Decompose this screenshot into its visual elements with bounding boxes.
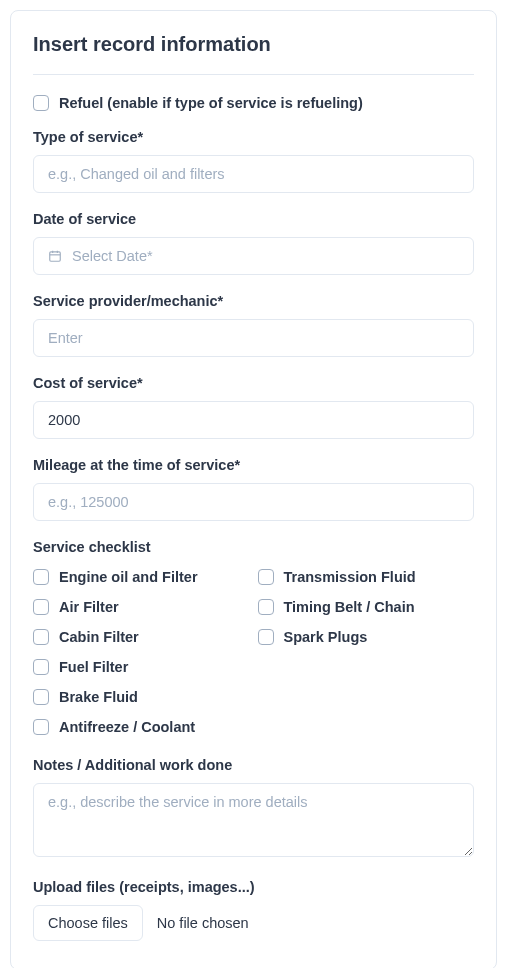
field-type-of-service: Type of service*	[33, 129, 474, 193]
file-status: No file chosen	[143, 905, 263, 941]
field-service-provider: Service provider/mechanic*	[33, 293, 474, 357]
checkbox-brake-fluid[interactable]	[33, 689, 49, 705]
date-placeholder: Select Date*	[72, 248, 153, 264]
check-label: Antifreeze / Coolant	[59, 719, 195, 735]
check-item-air-filter: Air Filter	[33, 599, 250, 615]
cost-label: Cost of service*	[33, 375, 474, 391]
upload-label: Upload files (receipts, images...)	[33, 879, 474, 895]
type-of-service-label: Type of service*	[33, 129, 474, 145]
check-item-brake-fluid: Brake Fluid	[33, 689, 250, 705]
check-label: Air Filter	[59, 599, 119, 615]
refuel-checkbox[interactable]	[33, 95, 49, 111]
type-of-service-input[interactable]	[33, 155, 474, 193]
svg-rect-0	[50, 252, 61, 261]
check-label: Brake Fluid	[59, 689, 138, 705]
refuel-row: Refuel (enable if type of service is ref…	[33, 95, 474, 111]
checkbox-cabin-filter[interactable]	[33, 629, 49, 645]
check-label: Cabin Filter	[59, 629, 139, 645]
check-item-engine-oil: Engine oil and Filter	[33, 569, 250, 585]
notes-label: Notes / Additional work done	[33, 757, 474, 773]
checkbox-timing-belt[interactable]	[258, 599, 274, 615]
field-upload: Upload files (receipts, images...) Choos…	[33, 879, 474, 941]
check-item-antifreeze: Antifreeze / Coolant	[33, 719, 250, 735]
checkbox-engine-oil[interactable]	[33, 569, 49, 585]
choose-files-button[interactable]: Choose files	[33, 905, 143, 941]
check-item-timing-belt: Timing Belt / Chain	[258, 599, 475, 615]
check-item-spark-plugs: Spark Plugs	[258, 629, 475, 645]
service-provider-label: Service provider/mechanic*	[33, 293, 474, 309]
date-of-service-label: Date of service	[33, 211, 474, 227]
check-item-transmission: Transmission Fluid	[258, 569, 475, 585]
cost-input[interactable]	[33, 401, 474, 439]
check-label: Transmission Fluid	[284, 569, 416, 585]
checkbox-spark-plugs[interactable]	[258, 629, 274, 645]
checkbox-transmission[interactable]	[258, 569, 274, 585]
refuel-label: Refuel (enable if type of service is ref…	[59, 95, 363, 111]
field-mileage: Mileage at the time of service*	[33, 457, 474, 521]
service-provider-input[interactable]	[33, 319, 474, 357]
calendar-icon	[48, 249, 62, 263]
mileage-input[interactable]	[33, 483, 474, 521]
checklist-label: Service checklist	[33, 539, 474, 555]
check-label: Engine oil and Filter	[59, 569, 198, 585]
check-item-cabin-filter: Cabin Filter	[33, 629, 250, 645]
field-date-of-service: Date of service Select Date*	[33, 211, 474, 275]
check-label: Fuel Filter	[59, 659, 128, 675]
checkbox-fuel-filter[interactable]	[33, 659, 49, 675]
checkbox-air-filter[interactable]	[33, 599, 49, 615]
checklist-section: Service checklist Engine oil and Filter …	[33, 539, 474, 735]
form-card: Insert record information Refuel (enable…	[10, 10, 497, 968]
field-cost: Cost of service*	[33, 375, 474, 439]
check-label: Timing Belt / Chain	[284, 599, 415, 615]
check-label: Spark Plugs	[284, 629, 368, 645]
field-notes: Notes / Additional work done	[33, 757, 474, 861]
mileage-label: Mileage at the time of service*	[33, 457, 474, 473]
file-row: Choose files No file chosen	[33, 905, 474, 941]
form-title: Insert record information	[33, 33, 474, 56]
divider	[33, 74, 474, 75]
date-of-service-input[interactable]: Select Date*	[33, 237, 474, 275]
notes-textarea[interactable]	[33, 783, 474, 857]
checklist-grid: Engine oil and Filter Air Filter Cabin F…	[33, 569, 474, 735]
checkbox-antifreeze[interactable]	[33, 719, 49, 735]
check-item-fuel-filter: Fuel Filter	[33, 659, 250, 675]
